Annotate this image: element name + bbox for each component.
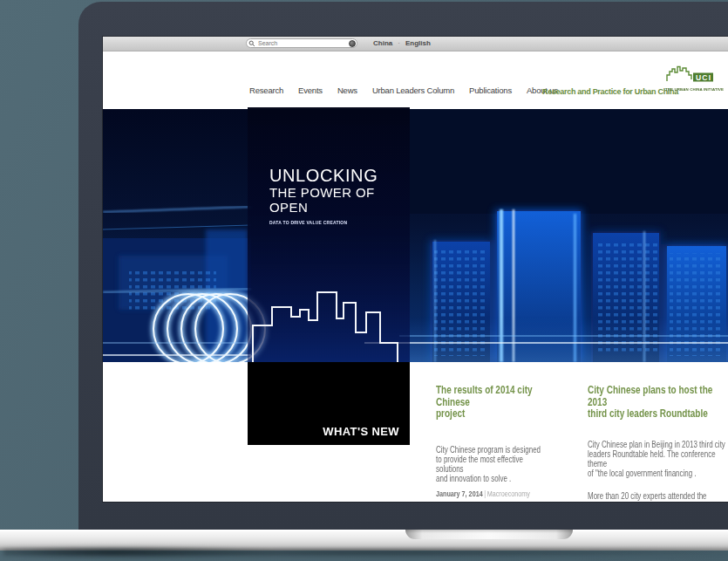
article-card: The results of 2014 city Chinese project… — [436, 385, 568, 502]
hero-center-panel: UNLOCKING THE POWER OF OPEN DATA TO DRIV… — [248, 107, 410, 445]
nav-item-events[interactable]: Events — [298, 86, 323, 95]
article-card: City Chinese plans to host the 2013 thir… — [588, 385, 728, 502]
hero-banner — [103, 109, 728, 362]
hero-panel-photo: UNLOCKING THE POWER OF OPEN DATA TO DRIV… — [248, 107, 410, 362]
logo-skyline-icon: UCI — [665, 65, 728, 84]
hero-title-line2: THE POWER OF OPEN — [269, 185, 410, 216]
site-logo[interactable]: UCI THE URBAN CHINA INITIATIVE — [665, 65, 728, 95]
nav-item-publications[interactable]: Publications — [469, 86, 512, 95]
article-category[interactable]: Macroeconomy — [487, 489, 530, 498]
search-box[interactable] — [246, 38, 357, 48]
skyline-outline-icon — [248, 284, 410, 362]
lang-english-link[interactable]: English — [405, 39, 431, 47]
hero-title-line1: UNLOCKING — [269, 167, 410, 185]
lang-separator: · — [398, 39, 400, 47]
article-excerpt-more: More than 20 city experts attended the m… — [588, 491, 728, 503]
whats-new-label[interactable]: WHAT'S NEW — [323, 425, 399, 438]
whats-new-band: WHAT'S NEW — [248, 362, 410, 445]
laptop-lid-notch — [405, 530, 573, 539]
lang-china-link[interactable]: China — [373, 39, 392, 47]
article-title[interactable]: City Chinese plans to host the 2013 thir… — [588, 385, 728, 421]
search-icon — [248, 40, 255, 47]
browser-screen: China · English Research Events News Urb… — [103, 37, 728, 502]
language-switch: China · English — [373, 39, 431, 47]
brand-tagline: Research and Practice for Urban China — [542, 87, 678, 96]
article-date: January 7, 2014 — [436, 489, 483, 498]
browser-chrome-bar: China · English — [103, 37, 728, 51]
nav-item-urban-leaders-column[interactable]: Urban Leaders Column — [372, 86, 454, 95]
laptop-shadow — [0, 550, 728, 558]
article-title[interactable]: The results of 2014 city Chinese project — [436, 385, 568, 421]
search-input[interactable] — [255, 39, 349, 47]
nav-item-research[interactable]: Research — [249, 86, 283, 95]
svg-text:UCI: UCI — [696, 73, 711, 82]
hero-copy: UNLOCKING THE POWER OF OPEN DATA TO DRIV… — [269, 167, 410, 229]
main-nav: Research Events News Urban Leaders Colum… — [249, 86, 558, 95]
article-excerpt: City Chinese plan in Beijing in 2013 thi… — [588, 440, 728, 478]
news-articles: The results of 2014 city Chinese project… — [436, 385, 728, 502]
logo-caption: THE URBAN CHINA INITIATIVE — [665, 87, 728, 92]
article-excerpt: City Chinese program is designed to prov… — [436, 445, 568, 483]
search-go-button[interactable] — [349, 40, 356, 47]
article-meta: January 7, 2014|Macroeconomy — [436, 489, 568, 498]
nav-item-news[interactable]: News — [337, 86, 357, 95]
hero-photo — [103, 109, 728, 362]
hero-subtitle: DATA TO DRIVE VALUE CREATION — [269, 221, 357, 226]
